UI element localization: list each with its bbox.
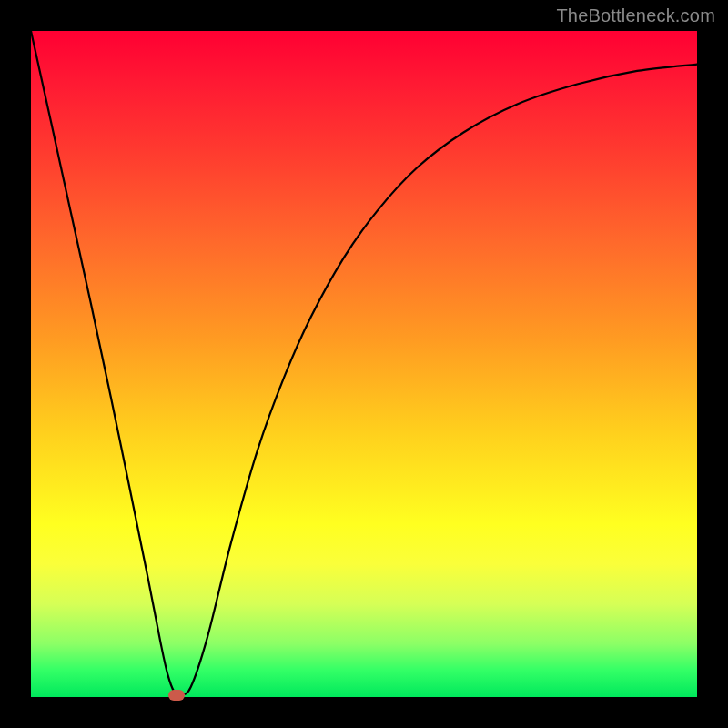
watermark-text: TheBottleneck.com [556, 5, 715, 26]
bottleneck-curve [31, 31, 697, 697]
optimum-marker [168, 690, 185, 701]
curve-path [31, 31, 697, 695]
chart-frame: TheBottleneck.com [0, 0, 728, 728]
chart-plot-area [31, 31, 697, 697]
